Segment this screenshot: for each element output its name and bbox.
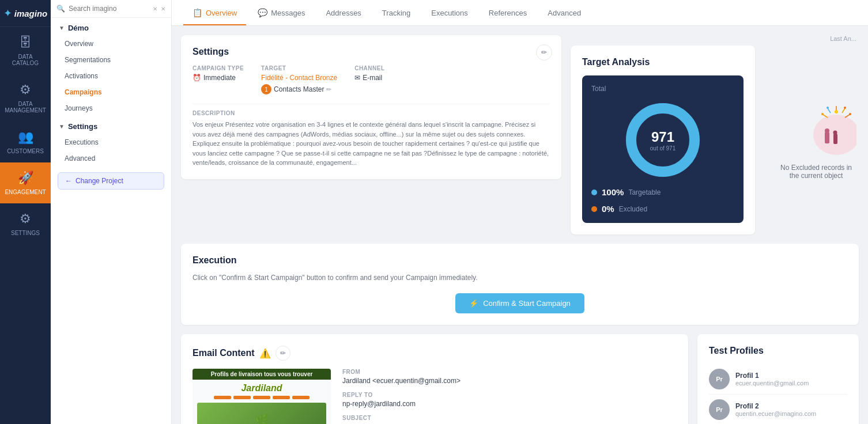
left-panel: 🔍 ✕ ✕ ▼ Démo Overview Segmentations Acti… xyxy=(51,0,172,424)
tab-references-label: References xyxy=(489,9,527,17)
description-label: DESCRIPTION xyxy=(193,110,550,116)
nav-link-overview[interactable]: Overview xyxy=(51,36,171,52)
settings-card-title: Settings xyxy=(193,47,550,57)
svg-rect-3 xyxy=(825,132,829,143)
email-icon: ✉ xyxy=(354,74,360,82)
sidebar-item-label: DATA CATALOG xyxy=(5,54,46,66)
nav-link-activations[interactable]: Activations xyxy=(51,68,171,84)
test-profiles-title: Test Profiles xyxy=(709,346,847,356)
target-analysis-area: Last An... Target Analysis Total xyxy=(571,35,859,234)
tab-tracking[interactable]: Tracking xyxy=(373,1,420,25)
svg-point-4 xyxy=(825,128,829,133)
settings-section-header[interactable]: ▼ Settings xyxy=(51,116,171,134)
profile-info-2: Profil 2 quentin.ecuer@imagino.com xyxy=(735,402,816,417)
donut-number: 971 xyxy=(650,129,675,145)
tab-references[interactable]: References xyxy=(480,1,536,25)
donut-center: 971 out of 971 xyxy=(650,129,675,152)
svg-line-8 xyxy=(842,108,845,113)
target-analysis-card: Target Analysis Total 971 out of xyxy=(571,46,755,234)
campaign-type-label: CAMPAIGN TYPE xyxy=(193,65,244,71)
excluded-pct: 0% xyxy=(602,204,614,214)
email-content-title: Email Content xyxy=(193,348,255,358)
target-value: Fidélité - Contact Bronze xyxy=(261,74,337,82)
main-content: 📋 Overview 💬 Messages Addresses Tracking… xyxy=(172,0,868,424)
profile-avatar-1: Pr xyxy=(709,369,730,389)
svg-point-16 xyxy=(821,113,824,115)
content-area: Settings ✏ CAMPAIGN TYPE ⏰ Immediate TAR… xyxy=(172,26,868,424)
preview-logo: Jardiland xyxy=(197,383,326,393)
tab-advanced[interactable]: Advanced xyxy=(538,1,590,25)
confirm-start-button[interactable]: ⚡ Confirm & Start Campaign xyxy=(455,293,584,313)
search-icon: 🔍 xyxy=(56,5,65,13)
execution-card: Execution Click on "Confirm & Start Camp… xyxy=(181,244,859,325)
demo-chevron-icon: ▼ xyxy=(59,25,65,31)
sidebar-item-settings[interactable]: ⚙ SETTINGS xyxy=(0,203,51,244)
logo-area: ✦ imagino xyxy=(0,0,51,27)
channel-field: CHANNEL ✉ E-mail xyxy=(354,65,384,94)
sidebar-item-engagement[interactable]: 🚀 ENGAGEMENT xyxy=(0,162,51,203)
settings-fields: CAMPAIGN TYPE ⏰ Immediate TARGET Fidélit… xyxy=(193,65,550,94)
sidebar-item-data-catalog[interactable]: 🗄 DATA CATALOG xyxy=(0,27,51,74)
nav-link-segmentations[interactable]: Segmentations xyxy=(51,52,171,68)
settings-section-label: Settings xyxy=(68,122,97,131)
settings-icon: ⚙ xyxy=(20,211,31,226)
last-analysis-text: Last An... xyxy=(571,35,859,42)
no-excluded-illustration xyxy=(776,100,856,158)
edit-contacts-icon[interactable]: ✏ xyxy=(326,86,331,93)
profile-info-1: Profil 1 ecuer.quentin@gmail.com xyxy=(735,372,809,387)
top-row: Settings ✏ CAMPAIGN TYPE ⏰ Immediate TAR… xyxy=(181,35,859,234)
campaign-type-field: CAMPAIGN TYPE ⏰ Immediate xyxy=(193,65,244,94)
nav-link-campaigns[interactable]: Campaigns xyxy=(51,84,171,100)
search-bar[interactable]: 🔍 ✕ ✕ xyxy=(51,0,171,18)
warning-icon: ⚠️ xyxy=(259,348,271,359)
from-value: Jardiland <ecuer.quentin@gmail.com> xyxy=(342,377,554,385)
nav-link-advanced[interactable]: Advanced xyxy=(51,150,171,166)
nav-link-executions[interactable]: Executions xyxy=(51,134,171,150)
target-analysis-row: Target Analysis Total 971 out of xyxy=(571,46,859,234)
tab-executions[interactable]: Executions xyxy=(422,1,477,25)
settings-edit-button[interactable]: ✏ xyxy=(536,44,552,60)
reply-to-value: np-reply@jardiland.com xyxy=(342,400,554,408)
email-edit-button[interactable]: ✏ xyxy=(276,346,290,361)
profile-item-2: Pr Profil 2 quentin.ecuer@imagino.com xyxy=(709,395,847,424)
sidebar-item-label: DATA MANAGEMENT xyxy=(5,101,46,113)
description-text: Vos enjeux Présentez votre organisation … xyxy=(193,120,550,168)
search-close-icon[interactable]: ✕ xyxy=(161,6,165,12)
search-clear-icon[interactable]: ✕ xyxy=(153,6,157,12)
change-project-button[interactable]: ← Change Project xyxy=(58,172,164,190)
logo-icon: ✦ xyxy=(3,7,12,20)
test-profiles-card: Test Profiles Pr Profil 1 ecuer.quentin@… xyxy=(697,334,859,424)
svg-point-15 xyxy=(849,113,851,115)
tab-overview[interactable]: 📋 Overview xyxy=(183,0,246,25)
tab-addresses-label: Addresses xyxy=(326,9,361,17)
sidebar-item-data-management[interactable]: ⚙ DATA MANAGEMENT xyxy=(0,74,51,122)
profile-name-1: Profil 1 xyxy=(735,372,809,380)
search-input[interactable] xyxy=(69,5,149,13)
preview-nav xyxy=(197,396,326,399)
donut-chart: 971 out of 971 xyxy=(622,100,703,180)
total-label: Total xyxy=(591,85,606,93)
sidebar-item-customers[interactable]: 👥 CUSTOMERS xyxy=(0,122,51,162)
engagement-icon: 🚀 xyxy=(18,171,33,186)
demo-section-header[interactable]: ▼ Démo xyxy=(51,18,171,36)
tab-messages[interactable]: 💬 Messages xyxy=(248,0,314,25)
subject-group: SUBJECT '{{ target.firstName }}, Cette s… xyxy=(342,415,554,424)
targetable-dot xyxy=(591,190,597,195)
reply-to-label: REPLY TO xyxy=(342,392,554,398)
messages-tab-icon: 💬 xyxy=(258,8,267,17)
sidebar-item-label: ENGAGEMENT xyxy=(5,189,46,195)
no-excluded-panel: No Excluded records in the current objec… xyxy=(764,46,868,234)
svg-point-13 xyxy=(844,107,846,109)
settings-section: ▼ Settings Executions Advanced xyxy=(51,116,171,166)
target-analysis-title: Target Analysis xyxy=(582,57,744,67)
tab-executions-label: Executions xyxy=(431,9,468,17)
targetable-pct: 100% xyxy=(602,187,624,197)
data-management-icon: ⚙ xyxy=(20,82,31,97)
overview-tab-icon: 📋 xyxy=(193,8,202,17)
tab-messages-label: Messages xyxy=(271,9,305,17)
excluded-label: Excluded xyxy=(619,205,647,213)
tabs-bar: 📋 Overview 💬 Messages Addresses Tracking… xyxy=(172,0,868,26)
nav-link-journeys[interactable]: Journeys xyxy=(51,100,171,116)
tab-addresses[interactable]: Addresses xyxy=(316,1,370,25)
settings-card: Settings ✏ CAMPAIGN TYPE ⏰ Immediate TAR… xyxy=(181,35,561,179)
